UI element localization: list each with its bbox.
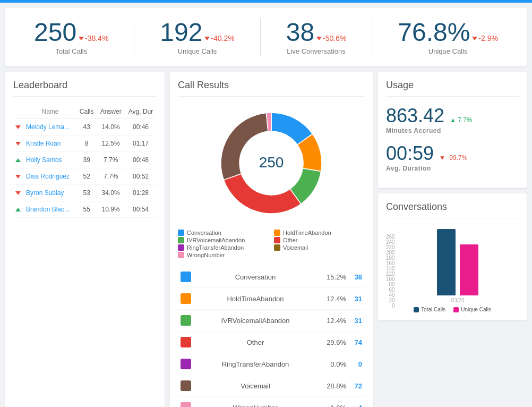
svg-text:250: 250 (259, 154, 284, 171)
stat-change-1: -40.2% (202, 34, 234, 43)
stat-number-1: 192 -40.2% (160, 20, 234, 45)
trend-up-icon (15, 158, 21, 162)
call-results-panel: Call Results 250 ConversationHoldTimeAba… (170, 72, 373, 407)
result-name: Conversation (191, 273, 320, 281)
stat-change-0: -38.4% (76, 34, 108, 43)
lb-calls: 39 (76, 152, 97, 168)
stat-label-0: Total Calls (34, 47, 108, 55)
stat-change-2: -50.6% (314, 34, 346, 43)
lb-col-avgdur: Avg. Dur (125, 105, 157, 119)
legend-label: Other (283, 237, 298, 243)
legend-label: Conversation (187, 230, 221, 236)
leaderboard-table: Name Calls Answer Avg. Dur Melody Lema..… (13, 105, 157, 218)
result-count: 74 (346, 338, 362, 346)
lb-avgdur: 00:54 (125, 201, 157, 218)
lb-calls: 8 (76, 135, 97, 152)
result-pct: 28.8% (320, 382, 346, 390)
trend-cell (13, 185, 24, 201)
trend-cell (13, 201, 24, 218)
lb-name[interactable]: Brandon Blac... (24, 201, 76, 218)
result-pct: 0.0% (320, 360, 346, 368)
stat-label-2: Live Conversations (286, 47, 347, 55)
stat-change-3: -2.9% (470, 34, 497, 43)
trend-icon-1 (204, 37, 210, 40)
lb-calls: 43 (76, 119, 97, 135)
lb-name[interactable]: Holly Santos (24, 152, 76, 168)
trend-cell (13, 168, 24, 185)
lb-name[interactable]: Byron Sublay (24, 185, 76, 201)
lb-calls: 52 (76, 168, 97, 185)
result-count: 4 (346, 404, 362, 408)
result-count: 72 (346, 382, 362, 390)
list-item: WrongNumber 1.6% 4 (178, 397, 365, 407)
donut-chart: 250 (213, 105, 330, 222)
stat-divider (372, 19, 372, 56)
result-pct: 29.6% (320, 338, 346, 346)
lb-avgdur: 01:28 (125, 185, 157, 201)
stat-item-1: 192 -40.2% Unique Calls (160, 20, 234, 55)
bar-chart-container: 260240220200180160140120100806040200 03/… (386, 226, 519, 312)
usage-panel: Usage 863.42 ▲ 7.7% Minutes Accrued 00:5… (378, 72, 527, 188)
lb-col-name: Name (24, 105, 76, 119)
legend-dot (274, 237, 280, 243)
legend-dot (178, 244, 184, 251)
legend-item: IVRVoicemailAbandon (178, 237, 269, 243)
stat-item-2: 38 -50.6% Live Conversations (286, 20, 347, 55)
trend-cell (13, 152, 24, 168)
result-count: 0 (346, 360, 362, 368)
legend-dot (178, 230, 184, 236)
result-name: WrongNumber (191, 404, 320, 408)
list-item: Other 29.6% 74 (178, 332, 365, 353)
result-color (181, 337, 191, 347)
top-bar (0, 0, 532, 3)
lb-answer: 14.0% (97, 119, 125, 135)
minutes-value: 863.42 ▲ 7.7% (386, 105, 519, 127)
right-panel: Usage 863.42 ▲ 7.7% Minutes Accrued 00:5… (378, 72, 527, 407)
duration-value: 00:59 ▼ -99.7% (386, 142, 519, 165)
header-stats: 250 -38.4% Total Calls 192 -40.2% Unique… (5, 8, 527, 66)
chart-legend-label: Total Calls (421, 307, 445, 312)
result-pct: 1.6% (320, 404, 346, 408)
trend-icon-2 (316, 37, 322, 40)
lb-answer: 10.9% (97, 201, 125, 218)
chart-legend-dot (414, 307, 419, 312)
trend-down-icon (15, 191, 21, 195)
lb-avgdur: 00:46 (125, 119, 157, 135)
list-item: RingTransferAbandon 0.0% 0 (178, 353, 365, 375)
result-color (181, 402, 191, 407)
minutes-label: Minutes Accrued (386, 127, 519, 134)
trend-up-icon (15, 208, 21, 211)
lb-name[interactable]: Kristle Roan (24, 135, 76, 152)
stat-number-3: 76.8% -2.9% (398, 20, 498, 45)
lb-answer: 7.7% (97, 152, 125, 168)
result-name: Other (191, 338, 320, 346)
lb-avgdur: 01:17 (125, 135, 157, 152)
trend-down-icon (15, 125, 21, 129)
legend-dot (274, 230, 280, 236)
stat-label-1: Unique Calls (160, 47, 234, 55)
lb-name[interactable]: Melody Lema... (24, 119, 76, 135)
chart-x-label: 03/25 (397, 298, 519, 303)
legend-dot (274, 244, 280, 251)
leaderboard-title: Leaderboard (13, 80, 157, 97)
legend-item: Conversation (178, 230, 269, 236)
conversations-title: Conversations (386, 201, 519, 218)
legend-grid: ConversationHoldTimeAbandonIVRVoicemailA… (178, 230, 365, 258)
result-name: IVRVoicemailAbandon (191, 317, 320, 325)
conversations-panel: Conversations 26024022020018016014012010… (378, 193, 527, 320)
list-item: HoldTimeAbandon 12.4% 31 (178, 288, 365, 310)
stat-divider (260, 19, 261, 56)
legend-label: IVRVoicemailAbandon (187, 237, 245, 243)
duration-stat: 00:59 ▼ -99.7% Avg. Duration (386, 142, 519, 172)
bar (437, 229, 456, 295)
lb-name[interactable]: Disa Rodriguez (24, 168, 76, 185)
usage-title: Usage (386, 80, 519, 97)
legend-label: WrongNumber (187, 252, 225, 258)
result-count: 31 (346, 295, 362, 303)
result-color (181, 315, 191, 326)
lb-avgdur: 00:48 (125, 152, 157, 168)
trend-icon-3 (472, 37, 477, 40)
trend-cell (13, 119, 24, 135)
legend-label: Voicemail (283, 244, 308, 251)
donut-segment (224, 174, 301, 214)
